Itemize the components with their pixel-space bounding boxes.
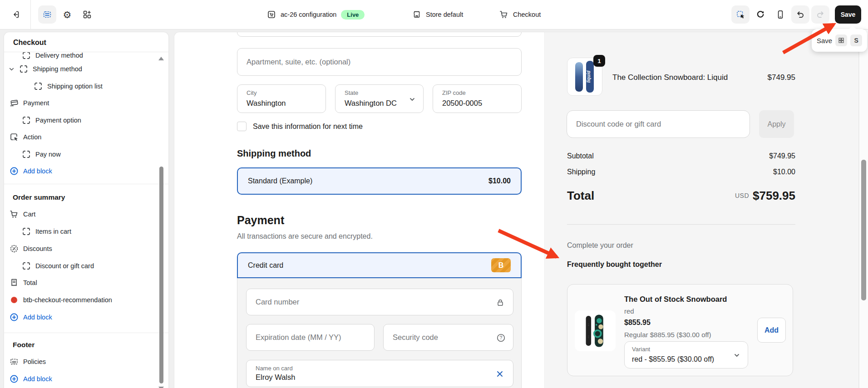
card-number-field[interactable]	[246, 289, 513, 315]
cart-item-price: $749.95	[705, 73, 795, 82]
shipping-option-name: Standard (Example)	[248, 177, 312, 185]
checkout-page-menu-item[interactable]: Checkout	[499, 5, 541, 24]
subtotal-label: Subtotal	[567, 152, 594, 160]
order-summary-panel: liquid 1 The Collection Snowboard: Liqui…	[544, 32, 859, 388]
city-value: Washington	[247, 99, 286, 108]
live-badge: Live	[341, 10, 365, 20]
discount-code-input[interactable]	[567, 111, 750, 138]
name-on-card-field[interactable]: Name on card Elroy Walsh	[246, 360, 513, 387]
total-row-value: USD$759.95	[659, 189, 795, 203]
block-icon	[22, 227, 31, 236]
summary-divider	[567, 224, 795, 225]
discount-badge-icon	[10, 244, 19, 253]
snowboard-out-of-stock-image	[577, 312, 613, 350]
sidebar-item-btb-checkout-recommendation[interactable]: btb-checkout-recommendation	[4, 291, 158, 309]
sidebar-item-shipping-option-list[interactable]: Shipping option list	[4, 78, 158, 95]
sidebar-item-pay-now[interactable]: Pay now	[4, 146, 158, 163]
security-code-field[interactable]: ?	[383, 324, 513, 351]
apply-button[interactable]: Apply	[759, 110, 794, 138]
receipt-icon	[10, 278, 19, 287]
windows-key-icon	[835, 34, 847, 46]
state-select[interactable]: State Washington DC	[335, 84, 424, 113]
inspector-icon	[736, 10, 745, 20]
apartment-input[interactable]	[237, 49, 521, 75]
config-name-label: ac-26 configuration	[281, 11, 336, 18]
expiration-input[interactable]	[247, 324, 374, 350]
quantity-badge: 1	[593, 55, 605, 67]
store-label: Store default	[426, 11, 463, 18]
redo-button[interactable]	[811, 5, 829, 24]
sidebar-item-total[interactable]: Total	[4, 274, 158, 291]
undo-button[interactable]	[791, 5, 809, 24]
bogus-gateway-badge: B	[491, 258, 511, 272]
fbt-add-button[interactable]: Add	[757, 318, 786, 343]
sidebar-divider	[4, 333, 168, 333]
city-label: City	[247, 89, 256, 96]
save-button[interactable]: Save	[835, 5, 861, 24]
clear-x-icon[interactable]	[496, 370, 504, 378]
chevron-down-icon[interactable]	[9, 66, 15, 72]
sidebar-scroll-up-arrow[interactable]	[158, 57, 164, 60]
apps-button[interactable]	[78, 5, 96, 24]
checkout-config-icon	[267, 10, 276, 19]
sidebar-item-shipping-method[interactable]: Shipping method	[4, 60, 158, 78]
sidebar-item-discount-or-gift-card[interactable]: Discount or gift card	[4, 257, 158, 275]
currency-code: USD	[735, 192, 749, 199]
zip-field[interactable]: ZIP code 20500-0005	[433, 84, 522, 113]
exit-editor-button[interactable]	[6, 5, 25, 24]
inspector-button[interactable]	[731, 5, 750, 24]
apartment-field[interactable]	[237, 48, 522, 76]
fbt-variant-select[interactable]: Variant red - $855.95 ($30.00 off)	[624, 341, 748, 368]
fbt-product-thumbnail	[575, 310, 616, 351]
settings-button[interactable]: ⚙	[58, 5, 76, 24]
sidebar-item-policies[interactable]: Policies	[4, 353, 158, 370]
address-field-clipped[interactable]	[237, 32, 522, 37]
zip-label: ZIP code	[442, 89, 466, 96]
sidebar-item-items-in-cart[interactable]: Items in cart	[4, 223, 158, 240]
sidebar-item-cart[interactable]: Cart	[4, 206, 158, 223]
city-field[interactable]: City Washington	[237, 84, 326, 113]
block-icon	[22, 261, 31, 270]
shipping-method-heading: Shipping method	[237, 148, 311, 159]
reset-button[interactable]	[751, 5, 769, 24]
shipping-value: $10.00	[705, 168, 795, 176]
discount-code-field[interactable]	[567, 110, 750, 138]
window-scrollbar-thumb[interactable]	[861, 160, 866, 300]
shipping-label: Shipping	[567, 168, 595, 176]
total-label: Total	[567, 189, 594, 203]
sidebar-item-action[interactable]: Action	[4, 128, 158, 146]
save-info-checkbox[interactable]	[237, 122, 247, 131]
window-scrollbar[interactable]	[859, 29, 868, 388]
sidebar-item-payment-option[interactable]: Payment option	[4, 112, 158, 129]
fbt-variant-value: red - $855.95 ($30.00 off)	[632, 355, 714, 363]
fbt-card: The Out of Stock Snowboard red $855.95 R…	[567, 284, 793, 376]
credit-card-option[interactable]: Credit card B	[237, 252, 522, 278]
add-block-button-footer[interactable]: Add block	[4, 370, 158, 388]
fbt-title: The Out of Stock Snowboard	[624, 295, 727, 304]
name-on-card-value: Elroy Walsh	[256, 373, 295, 382]
block-icon	[19, 64, 28, 74]
expiration-field[interactable]	[246, 324, 375, 351]
fbt-heading: Frequently bought together	[567, 260, 662, 269]
help-circle-icon[interactable]: ?	[496, 333, 506, 343]
add-block-button-checkout[interactable]: Add block	[4, 162, 158, 180]
payment-icon	[10, 98, 19, 108]
shipping-option-standard[interactable]: Standard (Example) $10.00	[237, 167, 522, 195]
policies-icon	[10, 357, 19, 366]
sidebar-item-discounts[interactable]: Discounts	[4, 240, 158, 257]
card-number-input[interactable]	[247, 289, 513, 315]
sidebar-scrollbar-thumb[interactable]	[159, 167, 163, 383]
topbar-divider	[30, 0, 31, 29]
credit-card-form-panel: ? Name on card Elroy Walsh	[237, 278, 522, 388]
config-menu-item[interactable]: ac-26 configuration Live	[267, 5, 365, 24]
security-code-input[interactable]	[384, 324, 513, 350]
mobile-preview-button[interactable]	[771, 5, 789, 24]
sections-icon	[43, 10, 52, 19]
action-cursor-icon	[10, 133, 19, 142]
sidebar-item-payment[interactable]: Payment	[4, 94, 158, 112]
state-value: Washington DC	[345, 99, 397, 108]
checkout-page-label: Checkout	[513, 11, 541, 18]
add-block-button-order-summary[interactable]: Add block	[4, 309, 158, 326]
sections-tab-button[interactable]	[38, 5, 56, 24]
store-menu-item[interactable]: Store default	[412, 5, 463, 24]
